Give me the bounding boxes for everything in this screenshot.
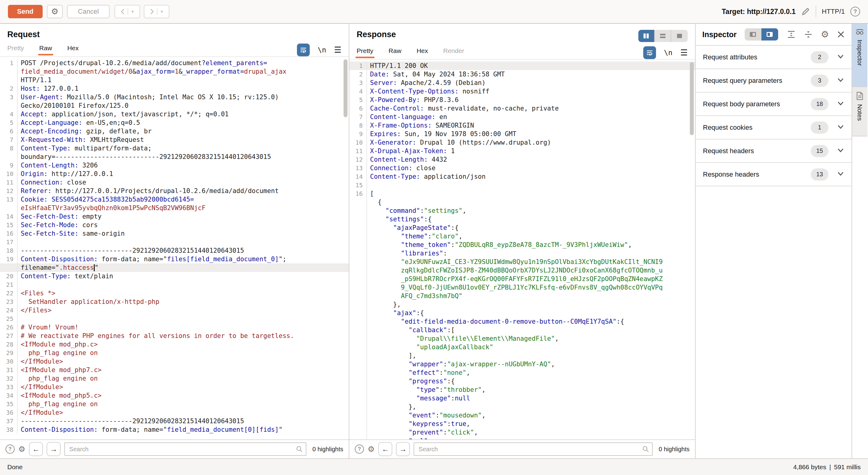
inspector-section-request-headers[interactable]: Request headers15: [695, 139, 851, 163]
request-search-input[interactable]: [64, 442, 306, 456]
dock-left-button[interactable]: [745, 28, 762, 40]
request-menu-icon[interactable]: ☰: [334, 46, 341, 54]
word-wrap-toggle-icon[interactable]: [297, 43, 310, 56]
expand-all-icon[interactable]: [787, 30, 796, 39]
response-code-row: "uploadAjaxCallback": [349, 343, 695, 351]
word-wrap-toggle-icon[interactable]: [643, 46, 656, 59]
chevron-down-icon[interactable]: [837, 54, 844, 60]
layout-single-button[interactable]: [671, 30, 688, 42]
newline-toggle-icon[interactable]: \n: [318, 46, 326, 54]
scrollbar-thumb[interactable]: [344, 59, 347, 117]
side-tab-inspector[interactable]: Inspector: [852, 24, 867, 87]
request-search-bar: ? ⚙ ← → 0 highlights: [0, 439, 349, 458]
code-text: "progress":{: [367, 377, 455, 385]
side-tab-notes[interactable]: Notes: [852, 87, 867, 136]
request-code-row: 13Cookie: SESS05d4275ca1538832b5ab92000b…: [0, 195, 349, 204]
inspector-section-response-headers[interactable]: Response headers13: [695, 163, 851, 186]
response-code-row: "message":null: [349, 394, 695, 403]
code-text: X-Content-Type-Options: nosniff: [367, 87, 490, 96]
close-icon[interactable]: [837, 30, 845, 38]
tab-response-hex[interactable]: Hex: [416, 47, 428, 58]
response-menu-icon[interactable]: ☰: [680, 49, 688, 57]
edit-target-pencil-icon[interactable]: [801, 7, 810, 16]
line-number: 3: [0, 93, 18, 101]
line-number: 9: [349, 130, 367, 138]
request-editor[interactable]: 1POST /Projects/drupal-10.2.6/media/add/…: [0, 56, 349, 439]
line-number: 9: [0, 161, 18, 169]
dock-right-button[interactable]: [762, 28, 778, 40]
code-text: filename=".htaccess": [18, 263, 98, 272]
chevron-down-icon[interactable]: [837, 148, 844, 154]
request-titlebar: Request: [0, 24, 349, 39]
request-code-row: 3User-Agent: Mozilla/5.0 (Macintosh; Int…: [0, 93, 349, 101]
layout-rows-button[interactable]: [655, 30, 671, 42]
send-button[interactable]: Send: [8, 5, 43, 18]
response-code-row: 2Date: Sat, 04 May 2024 18:36:58 GMT: [349, 70, 695, 78]
cancel-button[interactable]: Cancel: [67, 5, 110, 18]
request-code-row: 36</IfModule>: [0, 408, 349, 417]
inspector-glasses-icon: [855, 28, 864, 36]
help-icon[interactable]: ?: [850, 7, 860, 17]
search-prev-button[interactable]: ←: [378, 442, 392, 456]
toolbar-right: Target: http://127.0.0.1 HTTP/1 ?: [722, 6, 860, 18]
search-prev-button[interactable]: ←: [29, 442, 43, 456]
http-version-label[interactable]: HTTP/1: [822, 8, 845, 15]
side-tab-strip: Inspector Notes: [852, 24, 867, 458]
inspector-section-request-cookies[interactable]: Request cookies1: [695, 116, 851, 139]
inspector-section-request-body-parameters[interactable]: Request body parameters18: [695, 93, 851, 116]
notes-document-icon: [856, 91, 864, 100]
line-number: 20: [0, 272, 18, 280]
search-next-button[interactable]: →: [46, 442, 61, 456]
layout-columns-button[interactable]: [638, 30, 655, 42]
response-code-row: "event":"mousedown",: [349, 411, 695, 420]
back-request-button[interactable]: ▼: [115, 5, 140, 18]
code-text: </IfModule>: [18, 383, 63, 391]
tab-request-hex[interactable]: Hex: [67, 44, 79, 55]
forward-request-button[interactable]: ▼: [144, 5, 169, 18]
response-code-row: "theme_token":"ZQDBULqR8_eypZ8eA78_8azcT…: [349, 241, 695, 249]
section-label: Request body parameters: [703, 100, 780, 108]
chevron-down-icon[interactable]: [837, 101, 844, 107]
response-titlebar: Response: [349, 24, 695, 42]
inspector-section-request-attributes[interactable]: Request attributes2: [695, 46, 851, 69]
search-next-button[interactable]: →: [396, 442, 410, 456]
line-number: [349, 377, 367, 385]
regex-help-icon[interactable]: ?: [5, 445, 14, 454]
inspector-settings-icon[interactable]: ⚙: [821, 30, 829, 39]
line-number: 18: [0, 246, 18, 255]
tab-response-render[interactable]: Render: [443, 47, 464, 58]
newline-toggle-icon[interactable]: \n: [664, 49, 673, 57]
chevron-down-icon[interactable]: [837, 171, 844, 178]
tab-request-raw[interactable]: Raw: [39, 44, 52, 55]
tab-response-raw[interactable]: Raw: [389, 47, 401, 58]
line-number: 8: [349, 121, 367, 130]
request-settings-button[interactable]: ⚙: [47, 5, 63, 18]
response-search-input[interactable]: [413, 442, 653, 456]
search-settings-icon[interactable]: ⚙: [368, 445, 375, 454]
code-text: Cookie: SESS05d4275ca1538832b5ab92000bcd…: [18, 195, 194, 204]
chevron-down-icon[interactable]: [837, 125, 844, 131]
code-text: [18, 280, 21, 289]
code-text: </IfModule>: [18, 357, 63, 366]
search-settings-icon[interactable]: ⚙: [18, 445, 25, 454]
scrollbar-thumb[interactable]: [690, 62, 694, 135]
collapse-all-icon[interactable]: [804, 30, 813, 39]
response-editor[interactable]: 1HTTP/1.1 200 OK2Date: Sat, 04 May 2024 …: [349, 59, 695, 439]
line-number: 3: [349, 78, 367, 87]
code-text: [18, 238, 21, 246]
line-number: [349, 232, 367, 241]
line-number: 28: [0, 340, 18, 349]
response-code-row: 15: [349, 181, 695, 189]
chevron-down-icon[interactable]: [837, 77, 844, 84]
code-text: "effect":"none",: [367, 369, 470, 377]
tab-request-pretty[interactable]: Pretty: [7, 44, 24, 55]
tab-response-pretty[interactable]: Pretty: [356, 47, 373, 58]
code-text: Host: 127.0.0.1: [18, 84, 79, 93]
request-code-row: 34<IfModule mod_php5.c>: [0, 391, 349, 400]
inspector-section-request-query-parameters[interactable]: Request query parameters3: [695, 69, 851, 93]
code-text: "prevent":"click",: [367, 428, 478, 437]
regex-help-icon[interactable]: ?: [355, 445, 364, 454]
line-number: [349, 241, 367, 249]
section-count-badge: 3: [811, 74, 828, 87]
line-number: 37: [0, 417, 18, 425]
